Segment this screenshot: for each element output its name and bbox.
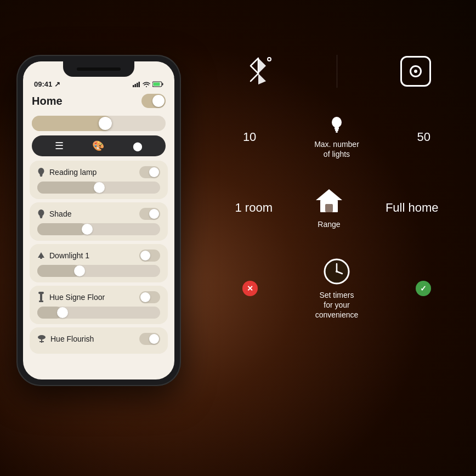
light-slider[interactable] xyxy=(37,223,160,235)
svg-rect-17 xyxy=(162,83,163,86)
light-slider[interactable] xyxy=(37,182,160,194)
range-left: 1 room xyxy=(235,201,272,215)
wifi-icon xyxy=(143,82,150,87)
svg-marker-4 xyxy=(316,189,342,200)
light-left: Hue Flourish xyxy=(37,334,94,344)
list-item: Reading lamp xyxy=(30,161,168,199)
tab-list-icon[interactable]: ☰ xyxy=(55,140,64,152)
toggle-knob xyxy=(140,292,150,302)
svg-rect-28 xyxy=(39,301,43,302)
lights-right-value: 50 xyxy=(417,130,430,144)
slider-knob xyxy=(94,182,105,193)
icons-row xyxy=(214,44,460,104)
range-center-label: Range xyxy=(318,219,340,229)
lights-row: 10 Max. numberof lights 50 xyxy=(214,104,460,170)
floor-lamp-icon xyxy=(37,292,45,303)
bridge-icon xyxy=(400,56,431,87)
downlight-icon xyxy=(37,250,45,261)
timers-left: ✕ xyxy=(242,281,258,296)
light-slider[interactable] xyxy=(37,307,160,319)
phone-device: 09:41 ↗ xyxy=(16,55,181,386)
bridge-dot xyxy=(414,70,417,73)
bluetooth-icon xyxy=(243,56,274,87)
light-left: Downlight 1 xyxy=(37,250,89,261)
status-x-icon: ✕ xyxy=(242,281,258,296)
svg-rect-21 xyxy=(40,175,42,177)
phone-wrapper: 09:41 ↗ xyxy=(16,55,186,386)
toggle-knob xyxy=(149,334,159,344)
light-toggle[interactable] xyxy=(139,166,160,178)
list-item: Hue Signe Floor xyxy=(30,286,168,324)
light-left: Hue Signe Floor xyxy=(37,292,105,303)
toggle-knob xyxy=(149,209,159,219)
light-toggle[interactable] xyxy=(139,333,160,345)
light-name: Downlight 1 xyxy=(49,251,89,260)
range-right-value: Full home xyxy=(386,201,439,215)
svg-rect-6 xyxy=(325,204,333,212)
svg-rect-12 xyxy=(135,84,137,87)
slider-knob xyxy=(82,224,93,235)
tab-color-icon[interactable]: ⬤ xyxy=(133,141,143,151)
slider-knob xyxy=(74,265,85,276)
list-item: Hue Flourish xyxy=(30,327,168,354)
signal-icon xyxy=(133,82,140,87)
light-left: Reading lamp xyxy=(37,167,97,178)
range-left-value: 1 room xyxy=(235,201,272,215)
light-row: Reading lamp xyxy=(37,166,160,178)
notch-bar xyxy=(77,67,121,71)
svg-point-19 xyxy=(38,168,44,174)
tab-scenes-icon[interactable]: 🎨 xyxy=(92,140,104,152)
clock-icon xyxy=(322,257,351,286)
brightness-slider-container xyxy=(23,114,174,135)
timers-row: ✕ Set timersfor yourconvenience ✓ xyxy=(214,246,460,331)
light-toggle[interactable] xyxy=(139,291,160,303)
bulb-icon xyxy=(330,115,343,135)
svg-rect-24 xyxy=(40,217,42,218)
toggle-knob xyxy=(149,167,159,177)
toggle-knob xyxy=(152,95,165,107)
tab-bar: ☰ 🎨 ⬤ xyxy=(32,135,166,156)
home-toggle[interactable] xyxy=(141,94,166,108)
light-toggle[interactable] xyxy=(139,208,160,220)
light-row: Hue Signe Floor xyxy=(37,291,160,303)
timers-center: Set timersfor yourconvenience xyxy=(315,257,359,320)
light-row: Hue Flourish xyxy=(37,333,160,345)
svg-rect-13 xyxy=(137,83,138,87)
lights-left-value: 10 xyxy=(243,130,256,144)
svg-marker-25 xyxy=(38,252,44,258)
battery-icon xyxy=(152,81,163,87)
app-title: Home xyxy=(32,95,63,107)
svg-rect-18 xyxy=(154,83,160,86)
lights-center-label: Max. numberof lights xyxy=(314,139,359,159)
status-time: 09:41 ↗ xyxy=(34,80,60,88)
lights-right: 50 xyxy=(417,130,430,144)
list-item: Downlight 1 xyxy=(30,244,168,282)
brightness-track[interactable] xyxy=(32,116,166,131)
separator-1 xyxy=(337,55,337,88)
brightness-knob xyxy=(99,117,112,130)
range-center: Range xyxy=(315,186,343,229)
bridge-inner xyxy=(410,65,422,77)
lamp-bulb-icon xyxy=(37,167,45,178)
status-check-icon: ✓ xyxy=(416,281,431,296)
shade-bulb-icon xyxy=(37,208,45,219)
svg-rect-26 xyxy=(40,258,42,259)
slider-fill xyxy=(37,223,87,235)
light-name: Hue Flourish xyxy=(50,335,94,343)
phone-notch xyxy=(63,61,134,77)
svg-point-30 xyxy=(38,335,46,339)
flourish-icon xyxy=(37,334,46,344)
light-toggle[interactable] xyxy=(139,250,160,262)
svg-rect-1 xyxy=(335,127,339,129)
svg-rect-3 xyxy=(336,131,338,133)
svg-rect-23 xyxy=(40,216,43,217)
slider-fill xyxy=(37,182,99,194)
svg-rect-2 xyxy=(335,129,338,131)
comparison-area: 10 Max. numberof lights 50 1 room xyxy=(214,44,460,454)
light-slider[interactable] xyxy=(37,265,160,277)
range-row: 1 room Range Full home xyxy=(214,170,460,246)
light-list: Reading lamp xyxy=(23,161,174,354)
lights-left: 10 xyxy=(243,130,256,144)
app-header: Home xyxy=(23,89,174,114)
slider-knob xyxy=(57,307,68,318)
